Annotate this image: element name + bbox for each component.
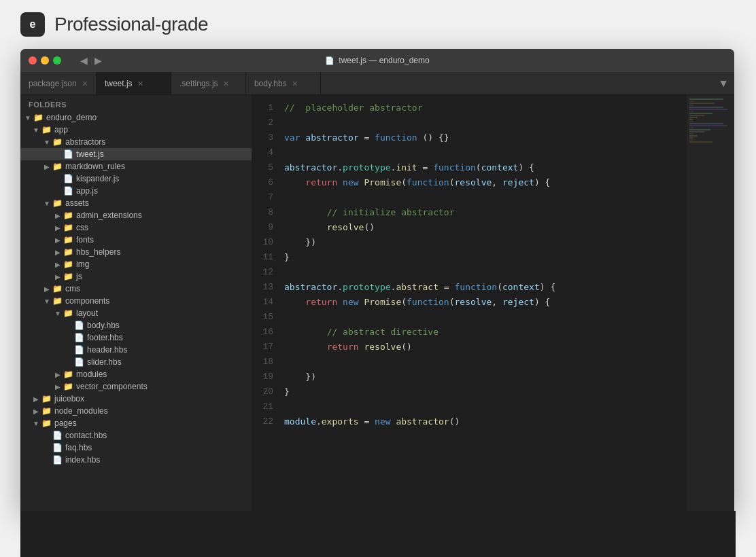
tab-close-package-json[interactable]: × — [82, 79, 88, 88]
code-editor-area[interactable]: 12345 678910 1112131415 1617181920 2122 … — [252, 95, 734, 511]
tree-label: components — [63, 296, 109, 306]
code-content[interactable]: // placeholder abstractor var abstractor… — [279, 95, 687, 511]
tab-settings-js[interactable]: .settings.js × — [171, 72, 246, 94]
tree-item-app[interactable]: ▼ 📁 app — [20, 124, 252, 136]
code-line-20: } — [284, 384, 687, 399]
folder-icon-cms: 📁 — [52, 284, 63, 293]
tree-item-header-hbs[interactable]: 📄 header.hbs — [20, 344, 252, 356]
file-icon-body-hbs: 📄 — [73, 321, 84, 330]
folder-icon-admin-ext: 📁 — [63, 211, 73, 220]
tree-item-slider-hbs[interactable]: 📄 slider.hbs — [20, 356, 252, 368]
tab-body-hbs[interactable]: body.hbs × — [246, 72, 321, 94]
folder-arrow-hbs-helpers: ▶ — [53, 249, 63, 256]
branding-title: Professional-grade — [54, 14, 208, 35]
folder-icon-components: 📁 — [52, 296, 63, 306]
code-line-9: resolve() — [284, 220, 687, 235]
editor-window: ◀ ▶ 📄 tweet.js — enduro_demo package.jso… — [20, 49, 734, 511]
tree-label: juicebox — [52, 394, 84, 403]
code-line-11: } — [284, 250, 687, 265]
tree-item-pages[interactable]: ▼ 📁 pages — [20, 417, 252, 429]
folder-arrow-css: ▶ — [53, 224, 63, 232]
nav-back-arrow[interactable]: ◀ — [78, 54, 90, 67]
folder-arrow-app: ▼ — [31, 126, 41, 134]
tree-item-vector-components[interactable]: ▶ 📁 vector_components — [20, 380, 252, 393]
tree-item-contact-hbs[interactable]: 📄 contact.hbs — [20, 429, 252, 442]
tree-item-admin-extensions[interactable]: ▶ 📁 admin_extensions — [20, 209, 252, 221]
code-line-3: var abstractor = function () {} — [284, 130, 687, 145]
folder-icon-js: 📁 — [63, 272, 73, 281]
folder-arrow-node-modules: ▶ — [31, 408, 41, 415]
tree-item-modules[interactable]: ▶ 📁 modules — [20, 368, 252, 380]
code-line-6: return new Promise(function(resolve, rej… — [284, 175, 687, 190]
tree-item-cms[interactable]: ▶ 📁 cms — [20, 283, 252, 295]
code-line-13: abstractor.prototype.abstract = function… — [284, 280, 687, 295]
tree-label: app.js — [73, 186, 98, 196]
tree-label: index.hbs — [63, 455, 100, 465]
nav-forward-arrow[interactable]: ▶ — [92, 54, 105, 67]
tree-item-juicebox[interactable]: ▶ 📁 juicebox — [20, 393, 252, 405]
folder-icon-modules: 📁 — [63, 370, 73, 379]
tree-label: css — [73, 223, 88, 232]
sidebar-header: FOLDERS — [20, 95, 252, 111]
code-line-5: abstractor.prototype.init = function(con… — [284, 160, 687, 175]
folder-icon-markdown-rules: 📁 — [52, 162, 63, 171]
tab-close-tweet-js[interactable]: × — [138, 79, 143, 88]
nav-arrows: ◀ ▶ — [78, 54, 105, 67]
tab-close-settings-js[interactable]: × — [224, 79, 229, 88]
tree-item-abstractors[interactable]: ▼ 📁 abstractors — [20, 136, 252, 148]
folder-icon-abstractors: 📁 — [52, 137, 63, 147]
tab-tweet-js[interactable]: tweet.js × — [97, 72, 171, 94]
editor-body: FOLDERS ▼ 📁 enduro_demo ▼ 📁 app ▼ 📁 abst… — [20, 95, 734, 511]
tree-label: kispander.js — [73, 174, 119, 183]
tree-item-layout[interactable]: ▼ 📁 layout — [20, 307, 252, 319]
tab-package-json[interactable]: package.json × — [20, 72, 97, 94]
tree-item-kispander-js[interactable]: 📄 kispander.js — [20, 173, 252, 185]
tree-item-node-modules[interactable]: ▶ 📁 node_modules — [20, 405, 252, 417]
tree-label: layout — [73, 308, 98, 318]
file-icon-slider-hbs: 📄 — [73, 357, 84, 367]
folder-icon-pages: 📁 — [41, 418, 52, 428]
tree-item-components[interactable]: ▼ 📁 components — [20, 295, 252, 307]
folder-arrow-cms: ▶ — [42, 285, 52, 293]
code-line-18 — [284, 355, 687, 370]
tree-item-fonts[interactable]: ▶ 📁 fonts — [20, 234, 252, 246]
folder-arrow-img: ▶ — [53, 261, 63, 268]
tree-label: fonts — [73, 235, 94, 245]
tree-label: cms — [63, 284, 80, 293]
close-button[interactable] — [29, 56, 37, 65]
folder-arrow-admin-ext: ▶ — [53, 212, 63, 219]
code-line-8: // initialize abstractor — [284, 205, 687, 220]
tree-label: vector_components — [73, 382, 148, 391]
tab-overflow-button[interactable]: ▼ — [712, 72, 734, 94]
tree-item-faq-hbs[interactable]: 📄 faq.hbs — [20, 442, 252, 454]
tree-label: assets — [63, 198, 89, 208]
tree-label: pages — [52, 418, 77, 428]
file-tree-sidebar[interactable]: FOLDERS ▼ 📁 enduro_demo ▼ 📁 app ▼ 📁 abst… — [20, 95, 252, 511]
tree-item-index-hbs[interactable]: 📄 index.hbs — [20, 454, 252, 466]
tree-item-enduro-demo[interactable]: ▼ 📁 enduro_demo — [20, 111, 252, 124]
file-icon-faq: 📄 — [52, 443, 63, 452]
folder-arrow-js: ▶ — [53, 273, 63, 281]
code-line-2 — [284, 115, 687, 130]
maximize-button[interactable] — [53, 56, 61, 65]
tree-item-body-hbs[interactable]: 📄 body.hbs — [20, 319, 252, 331]
tree-item-assets[interactable]: ▼ 📁 assets — [20, 197, 252, 209]
tree-item-css[interactable]: ▶ 📁 css — [20, 221, 252, 234]
minimize-button[interactable] — [41, 56, 49, 65]
folder-icon-app: 📁 — [41, 125, 52, 134]
tree-label: abstractors — [63, 137, 105, 147]
tree-item-markdown-rules[interactable]: ▶ 📁 markdown_rules — [20, 160, 252, 173]
folder-icon-node-modules: 📁 — [41, 406, 52, 416]
bottom-overlay: zero-click development — [20, 511, 736, 557]
tree-item-tweet-js[interactable]: 📄 tweet.js — [20, 148, 252, 160]
tree-item-img[interactable]: ▶ 📁 img — [20, 258, 252, 270]
tab-close-body-hbs[interactable]: × — [292, 79, 298, 88]
tree-item-app-js[interactable]: 📄 app.js — [20, 185, 252, 197]
file-icon-contact: 📄 — [52, 431, 63, 440]
tree-item-hbs-helpers[interactable]: ▶ 📁 hbs_helpers — [20, 246, 252, 258]
tree-item-js[interactable]: ▶ 📁 js — [20, 270, 252, 283]
folder-arrow-fonts: ▶ — [53, 236, 63, 244]
tree-item-footer-hbs[interactable]: 📄 footer.hbs — [20, 331, 252, 344]
logo: e — [20, 12, 45, 37]
file-icon: 📄 — [325, 56, 334, 65]
